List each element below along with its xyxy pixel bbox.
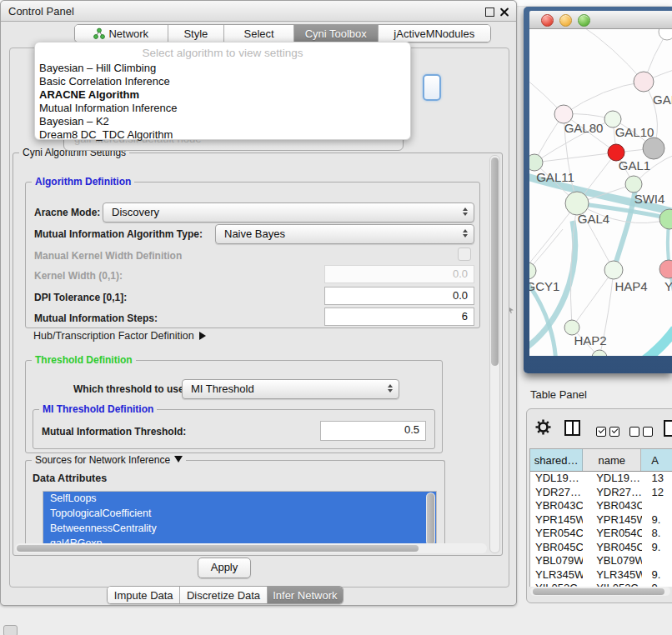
node-gal[interactable] [634, 72, 654, 92]
column-selector-icon[interactable] [564, 420, 580, 436]
cell [642, 554, 672, 568]
cell [642, 499, 672, 513]
node-label: GAL [653, 92, 672, 107]
cell: 12 [642, 486, 672, 500]
node-hap4[interactable] [604, 261, 623, 279]
node[interactable] [659, 29, 672, 40]
tab-network[interactable]: Network [75, 25, 168, 42]
tab-impute-data[interactable]: Impute Data [108, 587, 180, 603]
table-row[interactable]: YPR145W YPR145W 9. [530, 513, 672, 528]
node-gcy1[interactable] [529, 262, 536, 279]
table-settings-gear-icon[interactable] [535, 419, 551, 438]
cell: 9. [642, 541, 672, 555]
minimize-traffic-light[interactable] [559, 14, 572, 27]
tab-cyni-toolbox[interactable]: Cyni Toolbox [294, 25, 379, 42]
manual-kernel-width-checkbox[interactable] [458, 248, 471, 261]
cell: YBR045C [530, 541, 583, 555]
tab-label: Network [108, 28, 148, 40]
dpi-tolerance-input[interactable]: 0.0 [324, 287, 474, 305]
table-row[interactable]: YBL079W YBL079W [530, 554, 672, 568]
combo-spinner-icon [388, 384, 393, 392]
select-all-checkboxes-icon[interactable] [596, 423, 623, 438]
apply-button[interactable]: Apply [198, 558, 251, 578]
node-swi4[interactable] [625, 176, 642, 192]
settings-vertical-scrollbar[interactable] [489, 155, 500, 553]
tab-label: Select [244, 28, 274, 40]
tab-discretize-data[interactable]: Discretize Data [180, 587, 267, 603]
sources-group: Sources for Network Inference Data Attri… [25, 460, 445, 548]
zoom-traffic-light[interactable] [578, 14, 590, 27]
algorithm-option-selected[interactable]: ARACNE Algorithm [39, 88, 398, 102]
window-title: Control Panel [8, 5, 74, 18]
export-table-icon[interactable] [664, 420, 672, 437]
focused-combo-fragment[interactable] [423, 74, 441, 101]
algorithm-option[interactable]: Mutual Information Inference [39, 102, 398, 115]
column-header-partial[interactable]: A [641, 449, 672, 471]
tab-jactivemnodules[interactable]: jActiveMNodules [379, 25, 490, 42]
hub-factor-label: Hub/Transcription Factor Definition [33, 330, 194, 342]
table-row[interactable]: YDL19… YDL19… 13 [530, 472, 672, 486]
table-horizontal-scrollbar[interactable] [530, 587, 670, 596]
dock-panel-icon[interactable] [3, 625, 18, 635]
column-header-name[interactable]: name [583, 449, 641, 471]
network-canvas[interactable]: GAL GAL80 GAL10 GAL1 GAL11 SWI4 GAL4 GCY… [529, 29, 672, 356]
tab-style[interactable]: Style [168, 25, 225, 42]
aracne-mode-combo[interactable]: Discovery [103, 202, 474, 222]
hub-factor-expander[interactable]: Hub/Transcription Factor Definition [33, 330, 206, 342]
close-traffic-light[interactable] [541, 14, 554, 27]
node-gray[interactable] [643, 138, 664, 159]
bottom-tab-bar: Impute Data Discretize Data Infer Networ… [107, 586, 344, 604]
cell: YPR145W [583, 513, 641, 528]
tab-infer-network[interactable]: Infer Network [268, 587, 343, 603]
algorithm-option[interactable]: Basic Correlation Inference [39, 75, 398, 88]
control-panel-window: Control Panel Network Style Select Cyni … [0, 0, 517, 606]
dpi-tolerance-label: DPI Tolerance [0,1]: [34, 292, 127, 303]
deselect-all-checkboxes-icon[interactable] [629, 423, 656, 438]
mi-algorithm-type-combo[interactable]: Naive Bayes [215, 224, 474, 244]
cell: YER054C [530, 527, 583, 541]
which-threshold-value: MI Threshold [191, 382, 254, 395]
algorithm-option[interactable]: Bayesian – Hill Climbing [39, 62, 398, 75]
threshold-definition-title: Threshold Definition [32, 354, 136, 366]
cell: 9. [642, 568, 672, 582]
attribute-list-scrollbar[interactable] [426, 492, 435, 546]
node-gal11[interactable] [529, 154, 543, 171]
algorithm-option[interactable]: Bayesian – K2 [39, 115, 398, 128]
tab-label: Infer Network [273, 589, 337, 602]
which-threshold-combo[interactable]: MI Threshold [182, 379, 399, 399]
mi-steps-input[interactable]: 6 [324, 308, 474, 326]
mi-threshold-input[interactable]: 0.5 [320, 421, 426, 441]
table-row[interactable]: YBR045C YBR045C 9. [530, 541, 672, 555]
table-row[interactable]: YBR043C YBR043C [530, 499, 672, 513]
table-row[interactable]: YER054C YER054C 8. [530, 527, 672, 541]
close-icon[interactable] [499, 8, 509, 17]
cell: YBR045C [583, 541, 641, 555]
tab-select[interactable]: Select [224, 25, 294, 42]
node[interactable] [592, 350, 607, 356]
mi-algorithm-type-value: Naive Bayes [224, 228, 285, 240]
table-row[interactable]: YLR345W YLR345W 9. [530, 568, 672, 582]
attribute-item-selected[interactable]: SelfLoops [43, 492, 436, 507]
settings-horizontal-scrollbar[interactable] [15, 543, 487, 553]
algorithm-option[interactable]: Dream8 DC_TDC Algorithm [39, 128, 398, 142]
node-label: SWI4 [634, 192, 665, 206]
table-row[interactable]: YDR27… YDR27… 12 [530, 486, 672, 500]
cell: YDR27… [530, 486, 583, 500]
which-threshold-label: Which threshold to use: [73, 383, 188, 395]
node-label: GAL1 [619, 158, 650, 172]
cell: 9. [642, 513, 672, 528]
kernel-width-input[interactable]: 0.0 [324, 265, 474, 283]
collapse-arrow-icon [174, 456, 183, 462]
node-label: GAL10 [615, 125, 654, 139]
attribute-item-selected[interactable]: TopologicalCoefficient [43, 507, 436, 522]
node-label: GAL4 [578, 212, 609, 226]
table-panel-title: Table Panel [530, 388, 587, 401]
sources-group-title[interactable]: Sources for Network Inference [32, 454, 186, 466]
manual-kernel-width-label: Manual Kernel Width Definition [34, 250, 182, 262]
column-header-shared-name[interactable]: shared… [530, 449, 583, 471]
float-window-icon[interactable] [485, 8, 494, 17]
mi-steps-label: Mutual Information Steps: [34, 312, 158, 324]
attribute-item-selected[interactable]: BetweennessCentrality [43, 522, 436, 537]
cell: YPR145W [530, 513, 583, 528]
node-salmon[interactable] [659, 260, 672, 278]
